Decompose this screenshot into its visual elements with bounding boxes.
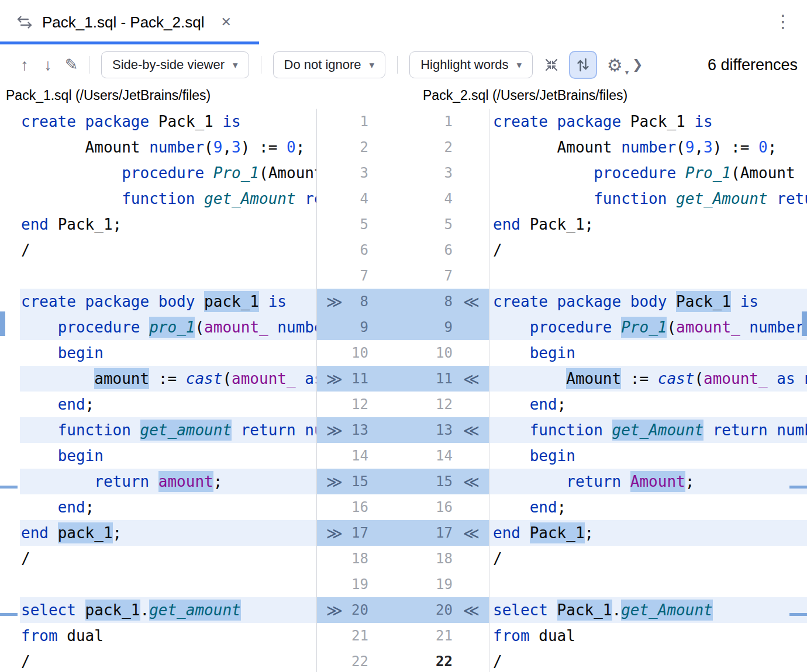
code-line-right-15[interactable]: return Amount; (489, 469, 807, 494)
line-number-right: 9 (429, 319, 453, 335)
code-line-left-17[interactable]: end pack_1; (20, 520, 316, 546)
code-line-right-18[interactable]: / (489, 546, 807, 571)
code-line-left-8[interactable]: create package body pack_1 is (20, 289, 316, 314)
code-line-right-13[interactable]: function get_Amount return number (489, 417, 807, 443)
code-segment: number (621, 138, 676, 156)
line-number-left: 10 (345, 345, 368, 361)
apply-change-left-icon[interactable]: ≪ (461, 370, 482, 388)
code-line-right-11[interactable]: Amount := cast(amount_ as number (489, 366, 807, 392)
code-line-left-20[interactable]: select pack_1.get_amount (20, 597, 316, 623)
code-line-right-14[interactable]: begin (489, 443, 807, 469)
sync-scrolling-toggle[interactable] (569, 51, 597, 79)
change-stripe-right-block[interactable] (802, 311, 807, 336)
code-segment: / (21, 241, 30, 259)
code-line-left-11[interactable]: amount := cast(amount_ as number (20, 366, 316, 392)
code-segment: end (21, 524, 58, 542)
apply-change-right-icon[interactable]: ≫ (324, 421, 345, 439)
line-number-left: 6 (345, 242, 368, 258)
toolbar-overflow-chevron[interactable]: ❯ (632, 57, 643, 72)
code-line-left-12[interactable]: end; (20, 392, 316, 417)
change-stripe-left-dash[interactable] (0, 613, 18, 616)
code-line-left-1[interactable]: create package Pack_1 is (20, 109, 316, 134)
edit-button[interactable]: ✎ (60, 52, 83, 78)
code-segment: Amount (493, 138, 621, 156)
code-line-left-5[interactable]: end Pack_1; (20, 212, 316, 237)
ignore-policy-dropdown[interactable]: Do not ignore ▾ (273, 51, 386, 78)
code-line-left-19[interactable] (20, 571, 316, 597)
apply-change-right-icon[interactable]: ≫ (324, 370, 345, 388)
code-line-right-19[interactable] (489, 571, 807, 597)
code-segment: . (612, 601, 622, 619)
chevron-down-icon: ▾ (370, 59, 375, 71)
changed-word: get_amount (149, 600, 241, 621)
collapse-unchanged-icon[interactable] (539, 52, 564, 78)
code-line-right-3[interactable]: procedure Pro_1(Amount (489, 160, 807, 186)
code-line-right-22[interactable]: / (489, 649, 807, 672)
code-line-right-4[interactable]: function get_Amount return (489, 186, 807, 212)
code-line-right-17[interactable]: end Pack_1; (489, 520, 807, 546)
code-line-left-21[interactable]: from dual (20, 623, 316, 649)
code-segment: . (140, 601, 150, 619)
code-line-right-8[interactable]: create package body Pack_1 is (489, 289, 807, 314)
code-line-left-14[interactable]: begin (20, 443, 316, 469)
code-line-right-20[interactable]: select Pack_1.get_Amount (489, 597, 807, 623)
apply-change-right-icon[interactable]: ≫ (324, 473, 345, 491)
code-line-left-4[interactable]: function get_Amount return (20, 186, 316, 212)
code-line-left-3[interactable]: procedure Pro_1(Amount (20, 160, 316, 186)
line-number-left: 1 (345, 113, 368, 130)
code-segment: amount_ (204, 318, 277, 336)
previous-difference-button[interactable]: ↑ (13, 52, 36, 78)
code-line-left-9[interactable]: procedure pro_1(amount_ number (20, 314, 316, 340)
changed-word: Amount (630, 471, 685, 492)
code-line-right-10[interactable]: begin (489, 340, 807, 366)
more-options-icon[interactable]: ⋮ (774, 13, 792, 30)
tab-close-icon[interactable]: ✕ (220, 15, 231, 30)
change-stripe-right-dash[interactable] (789, 486, 807, 489)
code-line-right-2[interactable]: Amount number(9,3) := 0; (489, 134, 807, 160)
code-segment (493, 318, 530, 336)
code-line-right-9[interactable]: procedure Pro_1(amount_ number (489, 314, 807, 340)
change-stripe-left-block[interactable] (0, 311, 5, 336)
code-line-right-6[interactable]: / (489, 237, 807, 263)
change-stripe-left-dash[interactable] (0, 486, 18, 489)
apply-change-left-icon[interactable]: ≪ (461, 524, 482, 542)
code-segment: amount_ (232, 370, 305, 387)
line-number-left: 14 (345, 448, 368, 464)
code-line-left-7[interactable] (20, 263, 316, 289)
code-line-right-5[interactable]: end Pack_1; (489, 212, 807, 237)
code-line-left-10[interactable]: begin (20, 340, 316, 366)
code-line-left-16[interactable]: end; (20, 494, 316, 520)
apply-change-left-icon[interactable]: ≪ (461, 601, 482, 619)
apply-change-left-icon[interactable]: ≪ (461, 293, 482, 311)
viewer-mode-dropdown[interactable]: Side-by-side viewer ▾ (101, 51, 249, 78)
highlight-mode-dropdown[interactable]: Highlight words ▾ (409, 51, 533, 78)
apply-change-right-icon[interactable]: ≫ (324, 601, 345, 619)
left-code-panel[interactable]: create package Pack_1 is Amount number(9… (0, 109, 316, 672)
change-stripe-right-dash[interactable] (789, 613, 807, 616)
code-line-right-21[interactable]: from dual (489, 623, 807, 649)
code-line-right-16[interactable]: end; (489, 494, 807, 520)
tab-diff[interactable]: Pack_1.sql - Pack_2.sql ✕ (0, 0, 246, 44)
settings-gear-icon[interactable]: ⚙ ▾ (602, 52, 627, 78)
code-line-left-6[interactable]: / (20, 237, 316, 263)
code-line-right-7[interactable] (489, 263, 807, 289)
apply-change-right-icon[interactable]: ≫ (324, 524, 345, 542)
apply-change-right-icon[interactable]: ≫ (324, 293, 345, 311)
code-line-right-12[interactable]: end; (489, 392, 807, 417)
code-line-left-2[interactable]: Amount number(9,3) := 0; (20, 134, 316, 160)
right-code-panel[interactable]: create package Pack_1 is Amount number(9… (489, 109, 807, 672)
code-segment: return number (241, 421, 316, 439)
code-line-right-1[interactable]: create package Pack_1 is (489, 109, 807, 134)
code-line-left-18[interactable]: / (20, 546, 316, 571)
apply-change-left-icon[interactable]: ≪ (461, 473, 482, 491)
apply-change-left-icon[interactable]: ≪ (461, 421, 482, 439)
line-number-left: 3 (345, 165, 368, 181)
code-segment: return (94, 473, 158, 490)
toolbar-separator (261, 56, 261, 74)
code-line-left-15[interactable]: return amount; (20, 469, 316, 494)
code-line-left-13[interactable]: function get_amount return number (20, 417, 316, 443)
next-difference-button[interactable]: ↓ (36, 52, 60, 78)
code-line-left-22[interactable]: / (20, 649, 316, 672)
code-segment: end (58, 396, 85, 413)
code-segment: get_Amount (676, 190, 777, 207)
